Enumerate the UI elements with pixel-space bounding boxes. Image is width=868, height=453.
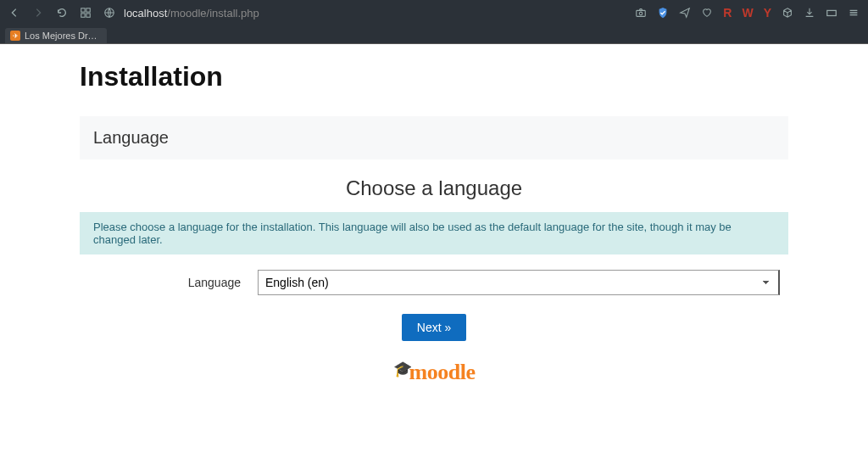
- address-bar[interactable]: localhost/moodle/install.php: [103, 7, 623, 20]
- next-button[interactable]: Next »: [402, 314, 466, 341]
- subtitle: Choose a language: [80, 176, 788, 200]
- tab-favicon-icon: ✈: [10, 31, 20, 41]
- reload-icon[interactable]: [56, 7, 68, 19]
- language-label: Language: [88, 276, 241, 289]
- language-select[interactable]: English (en): [258, 270, 780, 295]
- back-icon[interactable]: [8, 7, 20, 19]
- nav-buttons: [8, 7, 92, 19]
- svg-rect-0: [81, 8, 85, 12]
- ext-icon-2[interactable]: W: [742, 6, 753, 20]
- shield-icon[interactable]: [657, 7, 669, 19]
- tab-label: Los Mejores Dro...: [25, 31, 98, 41]
- svg-rect-1: [86, 8, 90, 12]
- tab-bar: ✈ Los Mejores Dro...: [0, 25, 868, 44]
- download-icon[interactable]: [804, 7, 815, 19]
- browser-toolbar: localhost/moodle/install.php R W Y: [0, 0, 868, 25]
- page-title: Installation: [80, 61, 788, 92]
- svg-rect-3: [86, 14, 90, 17]
- svg-point-6: [640, 12, 643, 15]
- globe-icon: [103, 7, 115, 19]
- button-row: Next »: [80, 314, 788, 341]
- url-text: localhost/moodle/install.php: [124, 7, 259, 20]
- ext-icon-3[interactable]: Y: [764, 6, 771, 20]
- moodle-logo: 🎓 moodle: [393, 360, 476, 385]
- window-icon[interactable]: [826, 7, 837, 19]
- grid-icon[interactable]: [80, 7, 92, 19]
- heart-icon[interactable]: [701, 7, 713, 19]
- svg-rect-2: [81, 14, 85, 17]
- cube-icon[interactable]: [782, 7, 793, 19]
- send-icon[interactable]: [679, 7, 691, 19]
- section-header: Language: [80, 116, 788, 159]
- forward-icon[interactable]: [32, 7, 44, 19]
- svg-rect-7: [827, 10, 837, 15]
- language-row: Language English (en): [80, 270, 788, 295]
- ext-icon-1[interactable]: R: [723, 6, 732, 20]
- browser-tab[interactable]: ✈ Los Mejores Dro...: [5, 28, 107, 43]
- logo-row: 🎓 moodle: [80, 360, 788, 385]
- extension-icons: R W Y: [635, 6, 860, 20]
- info-banner: Please choose a language for the install…: [80, 212, 788, 254]
- camera-icon[interactable]: [635, 7, 647, 19]
- svg-rect-5: [637, 10, 646, 16]
- menu-icon[interactable]: [848, 7, 860, 19]
- page-content: Installation Language Choose a language …: [0, 44, 868, 402]
- grad-cap-icon: 🎓: [393, 360, 412, 378]
- logo-text: moodle: [409, 360, 476, 385]
